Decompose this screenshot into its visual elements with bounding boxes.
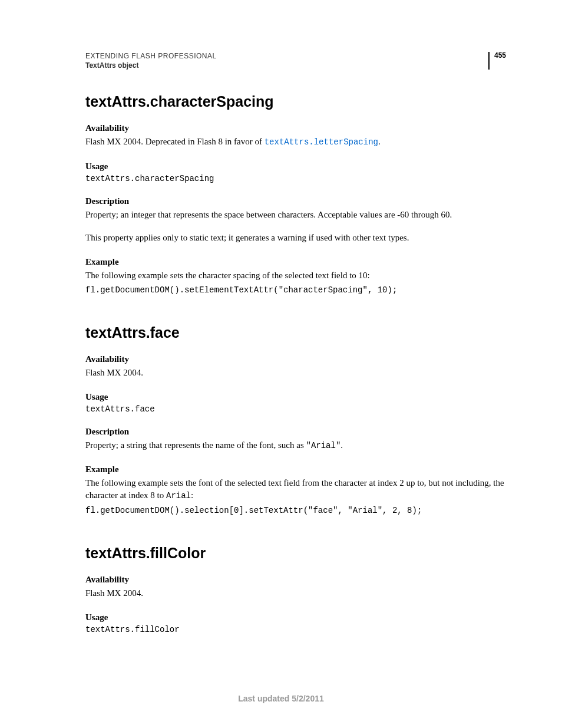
example-heading: Example <box>85 465 506 475</box>
description-block: Description Property; a string that repr… <box>85 427 506 452</box>
usage-heading: Usage <box>85 162 506 172</box>
example-heading: Example <box>85 257 506 267</box>
availability-block: Availability Flash MX 2004. Deprecated i… <box>85 123 506 149</box>
section-title: textAttrs.characterSpacing <box>85 93 506 110</box>
page-number: 455 <box>488 52 506 70</box>
availability-heading: Availability <box>85 354 506 364</box>
section-fill-color: textAttrs.fillColor Availability Flash M… <box>85 545 506 634</box>
availability-heading: Availability <box>85 575 506 585</box>
example-suffix: : <box>191 490 193 500</box>
header-title: EXTENDING FLASH PROFESSIONAL <box>85 52 506 60</box>
availability-text: Flash MX 2004. <box>85 587 506 599</box>
example-code: fl.getDocumentDOM().setElementTextAttr("… <box>85 285 506 295</box>
usage-block: Usage textAttrs.face <box>85 392 506 414</box>
availability-text: Flash MX 2004. Deprecated in Flash 8 in … <box>85 136 506 149</box>
section-title: textAttrs.face <box>85 324 506 341</box>
usage-heading: Usage <box>85 612 506 622</box>
description-suffix: . <box>340 440 343 450</box>
page-header: EXTENDING FLASH PROFESSIONAL TextAttrs o… <box>85 52 506 70</box>
example-code-inline: Arial <box>166 491 191 500</box>
availability-block: Availability Flash MX 2004. <box>85 575 506 599</box>
example-block: Example The following example sets the f… <box>85 465 506 515</box>
availability-block: Availability Flash MX 2004. <box>85 354 506 379</box>
example-prefix: The following example sets the font of t… <box>85 478 504 500</box>
availability-prefix: Flash MX 2004. Deprecated in Flash 8 in … <box>85 137 265 146</box>
usage-code: textAttrs.characterSpacing <box>85 174 506 183</box>
description-heading: Description <box>85 427 506 437</box>
availability-text: Flash MX 2004. <box>85 367 506 379</box>
footer-last-updated: Last updated 5/2/2011 <box>0 694 562 703</box>
description-text-1: Property; an integer that represents the… <box>85 209 506 221</box>
usage-code: textAttrs.face <box>85 404 506 414</box>
usage-code: textAttrs.fillColor <box>85 625 506 634</box>
letter-spacing-link[interactable]: textAttrs.letterSpacing <box>265 137 378 147</box>
availability-heading: Availability <box>85 123 506 133</box>
description-text-2: This property applies only to static tex… <box>85 232 506 244</box>
usage-block: Usage textAttrs.fillColor <box>85 612 506 634</box>
example-code: fl.getDocumentDOM().selection[0].setText… <box>85 506 506 515</box>
section-face: textAttrs.face Availability Flash MX 200… <box>85 324 506 515</box>
description-block: Description Property; an integer that re… <box>85 196 506 244</box>
page: EXTENDING FLASH PROFESSIONAL TextAttrs o… <box>0 0 562 728</box>
description-prefix: Property; a string that represents the n… <box>85 440 306 450</box>
description-code: "Arial" <box>306 441 340 450</box>
example-text: The following example sets the character… <box>85 269 506 282</box>
availability-suffix: . <box>378 137 381 146</box>
example-text: The following example sets the font of t… <box>85 477 506 502</box>
description-text: Property; a string that represents the n… <box>85 439 506 452</box>
usage-block: Usage textAttrs.characterSpacing <box>85 162 506 183</box>
description-heading: Description <box>85 196 506 206</box>
example-block: Example The following example sets the c… <box>85 257 506 295</box>
section-character-spacing: textAttrs.characterSpacing Availability … <box>85 93 506 295</box>
usage-heading: Usage <box>85 392 506 402</box>
section-title: textAttrs.fillColor <box>85 545 506 562</box>
header-subtitle: TextAttrs object <box>85 61 506 70</box>
